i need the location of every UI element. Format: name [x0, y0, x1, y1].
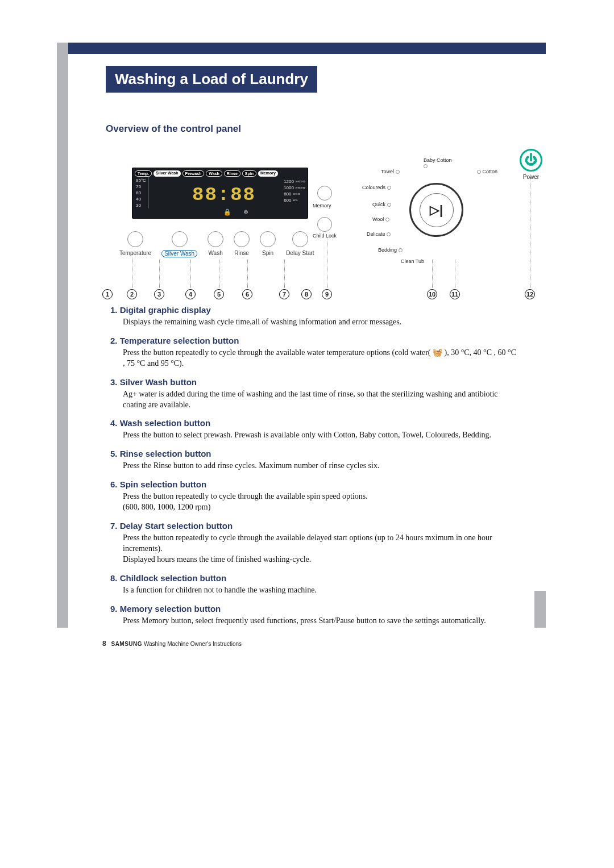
leader-12 — [530, 174, 530, 288]
digital-display: Temp. Silver Wash Prewash Wash Rinse Spi… — [132, 168, 308, 219]
item-3: 3. Silver Wash button Ag+ water is added… — [110, 377, 520, 411]
rinse-button[interactable]: Rinse — [234, 231, 250, 257]
item-7-num: 7. — [110, 521, 118, 531]
callout-5: 5 — [214, 289, 224, 299]
wash-button[interactable]: Wash — [208, 231, 223, 257]
delaystart-button-label: Delay Start — [286, 250, 314, 256]
item-3-num: 3. — [110, 377, 118, 387]
temp-levels: 95°C 75 60 40 30 — [136, 177, 149, 208]
item-1-num: 1. — [110, 305, 118, 315]
callout-row: 1 2 3 4 5 6 7 8 9 10 11 12 — [102, 287, 546, 299]
page-title-row: Washing a Load of Laundry — [102, 62, 523, 96]
spin-600: 600 »» — [284, 197, 305, 203]
power-button-label: Power — [520, 174, 542, 180]
item-5: 5. Rinse selection button Press the Rins… — [110, 449, 520, 471]
item-6: 6. Spin selection button Press the butto… — [110, 479, 520, 513]
silverwash-button[interactable]: Silver Wash — [161, 231, 197, 257]
callout-2: 2 — [127, 289, 137, 299]
memory-button[interactable] — [317, 186, 332, 201]
item-4: 4. Wash selection button Press the butto… — [110, 418, 520, 441]
item-3-title: Silver Wash button — [120, 377, 197, 387]
pill-silverwash: Silver Wash — [154, 170, 180, 177]
item-6-num: 6. — [110, 479, 118, 489]
leader-10 — [432, 260, 433, 288]
page-title: Washing a Load of Laundry — [106, 66, 317, 93]
item-5-body: Press the Rinse button to add rinse cycl… — [110, 461, 520, 471]
callout-9: 9 — [322, 289, 332, 299]
item-2-title: Temperature selection button — [120, 336, 239, 345]
item-4-body: Press the button to select prewash. Prew… — [110, 430, 520, 441]
item-6-body: Press the button repeatedly to cycle thr… — [110, 491, 520, 513]
leader-11 — [455, 260, 455, 288]
item-2-num: 2. — [110, 336, 118, 345]
footer-brand: SAMSUNG — [111, 641, 142, 647]
temp-40: 40 — [136, 196, 146, 202]
item-4-num: 4. — [110, 418, 118, 428]
prog-wool: Wool — [372, 216, 389, 222]
page-number: 8 — [102, 640, 106, 648]
pill-wash: Wash — [206, 170, 222, 177]
delaystart-button[interactable]: Delay Start — [286, 231, 314, 257]
leader-3 — [159, 260, 160, 288]
childlock-button-label: Child Lock — [313, 233, 337, 239]
leader-1 — [132, 254, 132, 288]
pill-temp: Temp. — [135, 170, 152, 177]
temp-30: 30 — [136, 202, 146, 208]
footer-line: 8 SAMSUNG Washing Machine Owner's Instru… — [102, 640, 523, 648]
leader-8 — [327, 237, 327, 288]
spin-800: 800 »»» — [284, 191, 305, 197]
item-2: 2. Temperature selection button Press th… — [110, 336, 520, 369]
pill-spin: Spin — [242, 170, 256, 177]
prog-cotton: Cotton — [477, 169, 497, 174]
temp-60: 60 — [136, 190, 146, 196]
leader-7 — [284, 260, 285, 288]
spin-levels: 1200 »»»» 1000 »»»» 800 »»» 600 »» — [284, 178, 305, 203]
prog-towel: Towel — [381, 169, 400, 174]
item-1-title: Digital graphic display — [120, 305, 211, 315]
program-dial[interactable]: ▷| — [409, 183, 463, 237]
rinse-button-label: Rinse — [234, 250, 249, 256]
item-1-body: Displays the remaining wash cycle time,a… — [110, 317, 520, 328]
item-9-title: Memory selection button — [120, 604, 221, 614]
callout-10: 10 — [427, 289, 437, 299]
temp-95: 95°C — [136, 177, 146, 183]
lock-icon: 🔒 — [223, 208, 231, 216]
callout-6: 6 — [242, 289, 252, 299]
spin-button[interactable]: Spin — [260, 231, 276, 257]
callout-1: 1 — [102, 289, 113, 299]
item-9-body: Press Memory button, select frequently u… — [110, 616, 520, 627]
temp-75: 75 — [136, 183, 146, 190]
temperature-button-label: Temperature — [119, 250, 151, 256]
item-9-num: 9. — [110, 604, 118, 614]
gear-icon: ❄ — [243, 208, 248, 216]
footer-tail: Washing Machine Owner's Instructions — [144, 641, 242, 647]
left-accent-bar — [57, 43, 68, 628]
leader-6 — [247, 260, 248, 288]
pill-rinse: Rinse — [224, 170, 240, 177]
item-9: 9. Memory selection button Press Memory … — [110, 604, 520, 627]
prog-coloureds: Coloureds — [362, 185, 391, 190]
power-button[interactable]: ⏻ — [520, 149, 542, 172]
item-7-body: Press the button repeatedly to cycle thr… — [110, 533, 520, 565]
start-pause-icon[interactable]: ▷| — [420, 193, 454, 227]
item-2-body: Press the button repeatedly to cycle thr… — [110, 348, 520, 369]
temperature-button[interactable]: Temperature — [119, 231, 151, 257]
content-area: Washing a Load of Laundry Overview of th… — [102, 28, 523, 648]
panel-buttons-row: Temperature Silver Wash Wash Rinse Spin … — [119, 231, 314, 257]
childlock-button[interactable] — [317, 217, 332, 232]
callout-4: 4 — [185, 289, 196, 299]
prog-bedding: Bedding — [378, 247, 403, 253]
item-7-title: Delay Start selection button — [120, 521, 233, 531]
memory-button-label: Memory — [313, 203, 331, 208]
item-5-title: Rinse selection button — [120, 449, 211, 458]
item-8-title: Childlock selection button — [120, 573, 227, 583]
item-8: 8. Childlock selection button Is a funct… — [110, 573, 520, 596]
spin-1000: 1000 »»»» — [284, 185, 305, 191]
section-heading: Overview of the control panel — [106, 123, 523, 135]
leader-5 — [219, 260, 219, 288]
item-1: 1. Digital graphic display Displays the … — [110, 305, 520, 328]
callout-7: 7 — [279, 289, 289, 299]
item-4-title: Wash selection button — [120, 418, 210, 428]
description-list: 1. Digital graphic display Displays the … — [110, 305, 520, 626]
right-accent-bar — [534, 591, 546, 628]
